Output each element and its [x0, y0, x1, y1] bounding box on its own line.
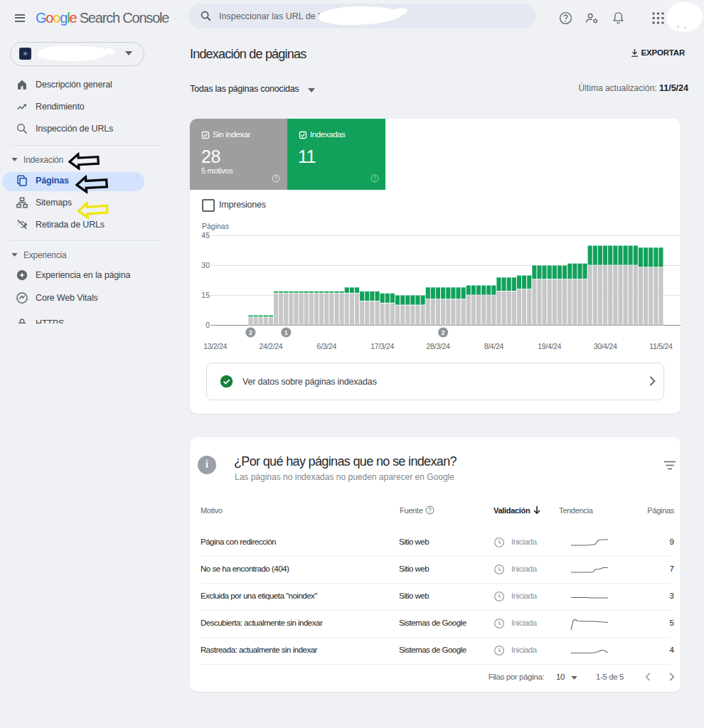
svg-text:24/2/24: 24/2/24 — [259, 342, 282, 350]
svg-text:45: 45 — [201, 231, 210, 240]
svg-text:15: 15 — [201, 291, 210, 299]
svg-text:2: 2 — [442, 329, 445, 336]
svg-text:13/2/24: 13/2/24 — [203, 342, 227, 350]
svg-text:8/4/24: 8/4/24 — [484, 342, 504, 350]
svg-text:28/3/24: 28/3/24 — [427, 342, 450, 350]
svg-text:1: 1 — [284, 329, 288, 336]
svg-text:30: 30 — [201, 261, 210, 269]
svg-text:11/5/24: 11/5/24 — [649, 342, 673, 350]
svg-text:17/3/24: 17/3/24 — [370, 342, 394, 350]
svg-text:19/4/24: 19/4/24 — [538, 342, 561, 350]
svg-text:30/4/24: 30/4/24 — [594, 342, 617, 350]
svg-text:6/3/24: 6/3/24 — [317, 342, 337, 350]
svg-text:2: 2 — [249, 329, 252, 336]
svg-text:0: 0 — [206, 321, 210, 329]
